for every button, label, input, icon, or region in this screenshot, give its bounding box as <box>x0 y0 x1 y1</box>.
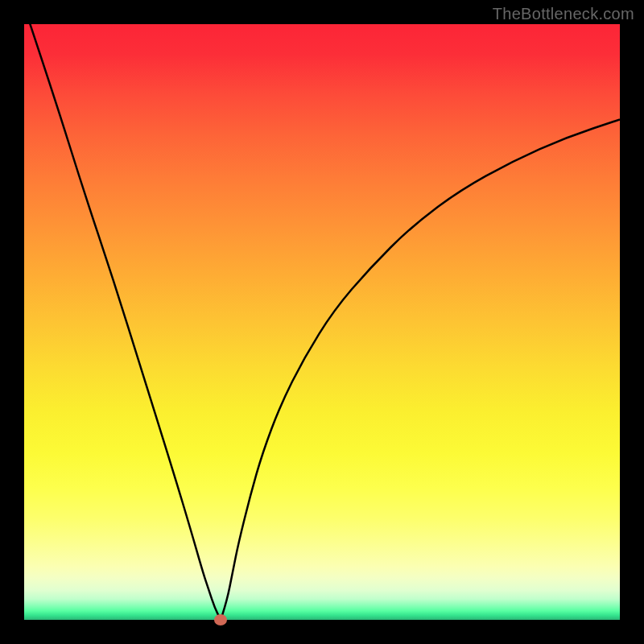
watermark-text: TheBottleneck.com <box>493 5 634 23</box>
chart-plot-area <box>24 24 620 620</box>
bottleneck-curve <box>24 24 620 620</box>
minimum-marker <box>214 614 227 625</box>
